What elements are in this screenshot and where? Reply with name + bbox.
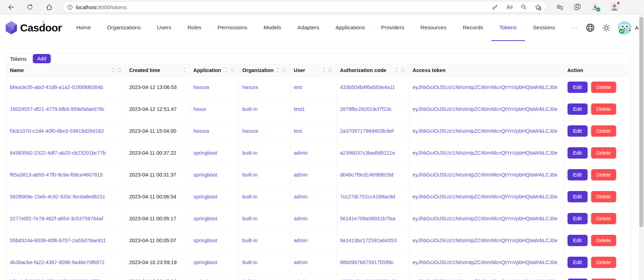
user-link[interactable]: admin <box>294 238 308 243</box>
delete-button[interactable]: Delete <box>591 147 617 159</box>
organization-link[interactable]: built-in <box>243 172 258 178</box>
nav-item-home[interactable]: Home <box>68 14 99 41</box>
authorization_code-link[interactable]: 2a370971798d403fc6ef <box>340 128 394 134</box>
browser-back-button[interactable] <box>5 1 17 13</box>
user-link[interactable]: admin <box>294 260 308 265</box>
nav-item-applications[interactable]: Applications <box>327 14 373 41</box>
access-token-link[interactable]: eyJhbGciOiJSUzI1NiIsImtpZCI6ImNlcnQtYnVp… <box>413 279 558 280</box>
sort-icon[interactable] <box>322 67 326 73</box>
name-link[interactable]: 4b30acbe-fa22-4387-8098-9a46e70f6972 <box>10 260 104 265</box>
sort-icon[interactable] <box>276 67 280 73</box>
zoom-out-icon[interactable] <box>521 4 527 10</box>
authorization_code-link[interactable]: a2396037c3ba4fd9221e <box>340 150 395 156</box>
downloads-button[interactable] <box>591 4 599 11</box>
application-link[interactable]: hasura <box>194 84 209 90</box>
column-header-organization[interactable]: Organization <box>239 64 290 76</box>
nav-item-permissions[interactable]: Permissions <box>209 14 255 41</box>
access-token-link[interactable]: eyJhbGciOiJSUzI1NiIsImtpZCI6ImNlcnQtYnVp… <box>413 238 558 243</box>
application-link[interactable]: springboot <box>194 172 217 178</box>
application-link[interactable]: hasura <box>194 128 209 134</box>
nav-item-organizations[interactable]: Organizations <box>99 14 149 41</box>
column-search-icon[interactable] <box>328 68 333 73</box>
nav-item-adapters[interactable]: Adapters <box>289 14 327 41</box>
application-link[interactable]: springboot <box>194 260 217 265</box>
casdoor-logo[interactable]: Casdoor✦ <box>5 14 62 41</box>
password-key-icon[interactable] <box>492 4 498 10</box>
authorization_code-link[interactable]: 433b504b4f6a593e4a11 <box>340 84 395 90</box>
page-scrollbar[interactable] <box>639 14 644 280</box>
access-token-link[interactable]: eyJhbGciOiJSUzI1NiIsImtpZCI6ImNlcnQtYnVp… <box>413 260 558 265</box>
site-info-icon[interactable] <box>67 4 73 10</box>
column-search-icon[interactable] <box>117 68 122 73</box>
organization-link[interactable]: built-in <box>243 279 258 280</box>
organization-link[interactable]: built-in <box>243 216 258 221</box>
sort-icon[interactable] <box>395 67 398 73</box>
authorization_code-link[interactable]: d048c7f9cd1469fd829d <box>340 172 394 178</box>
column-header-created_time[interactable]: Created time <box>125 64 190 76</box>
edit-button[interactable]: Edit <box>568 169 588 180</box>
authorization_code-link[interactable]: 2879fbc282019cf7f23c <box>340 106 392 112</box>
application-link[interactable]: springboot <box>194 150 217 156</box>
edit-button[interactable]: Edit <box>568 257 588 268</box>
authorization_code-link[interactable]: 88b0997b675917f20fdc <box>340 260 394 265</box>
organization-link[interactable]: built-in <box>243 238 258 243</box>
collections-icon[interactable] <box>574 4 581 11</box>
application-link[interactable]: springboot <box>194 279 217 280</box>
read-aloud-icon[interactable] <box>506 4 513 10</box>
edit-button[interactable]: Edit <box>568 279 588 280</box>
name-link[interactable]: 55bd324a-6039-40f6-b707-2a55d78ae911 <box>10 238 106 243</box>
column-search-icon[interactable] <box>400 68 405 73</box>
authorization_code-link[interactable]: 7cc27dc752cc4188ac8d <box>340 194 395 199</box>
edit-button[interactable]: Edit <box>568 103 588 115</box>
user-link[interactable]: admin <box>294 216 308 221</box>
application-link[interactable]: hasur <box>194 106 206 112</box>
delete-button[interactable]: Delete <box>591 169 617 180</box>
user-link[interactable]: admin <box>294 279 308 280</box>
nav-item-models[interactable]: Models <box>256 14 289 41</box>
delete-button[interactable]: Delete <box>591 213 617 224</box>
access-token-link[interactable]: eyJhbGciOiJSUzI1NiIsImtpZCI6ImNlcnQtYnVp… <box>413 194 558 199</box>
sort-icon[interactable] <box>183 67 186 73</box>
user-link[interactable]: test <box>294 128 302 134</box>
name-link[interactable]: 2277e0f2-7e78-462f-a654-3c53759784af <box>10 216 103 221</box>
delete-button[interactable]: Delete <box>591 279 617 280</box>
organization-link[interactable]: built-in <box>243 150 258 156</box>
organization-link[interactable]: hasura <box>243 128 258 134</box>
delete-button[interactable]: Delete <box>591 257 617 268</box>
delete-button[interactable]: Delete <box>591 235 617 246</box>
authorization_code-link[interactable]: 56141e709a06931b7faa <box>340 216 395 221</box>
edit-button[interactable]: Edit <box>568 82 588 93</box>
delete-button[interactable]: Delete <box>591 103 617 115</box>
user-link[interactable]: test1 <box>294 106 305 112</box>
organization-link[interactable]: built-in <box>243 260 258 265</box>
theme-toggle-button[interactable] <box>602 24 611 32</box>
delete-button[interactable]: Delete <box>591 82 617 93</box>
add-favorite-icon[interactable] <box>535 4 541 11</box>
application-link[interactable]: springboot <box>194 216 217 221</box>
name-link[interactable]: 16024557-df21-4779-bfb9-959e5dae078c <box>10 106 104 112</box>
organization-link[interactable]: built-in <box>243 106 258 112</box>
access-token-link[interactable]: eyJhbGciOiJSUzI1NiIsImtpZCI6ImNlcnQtYnVp… <box>413 84 558 90</box>
user-link[interactable]: test <box>294 84 302 90</box>
edit-button[interactable]: Edit <box>568 191 588 202</box>
access-token-link[interactable]: eyJhbGciOiJSUzI1NiIsImtpZCI6ImNlcnQtYnVp… <box>413 172 558 178</box>
organization-link[interactable]: hasura <box>243 84 258 90</box>
name-link[interactable]: f65a3813-a655-47f0-9c9a-f08ce4607815 <box>10 172 103 178</box>
access-token-link[interactable]: eyJhbGciOiJSUzI1NiIsImtpZCI6ImNlcnQtYnVp… <box>413 150 558 156</box>
column-search-icon[interactable] <box>282 68 287 73</box>
nav-item-tokens[interactable]: Tokens <box>491 14 525 41</box>
browser-address-bar[interactable]: localhost:8000/tokens <box>63 2 546 12</box>
application-link[interactable]: springboot <box>194 238 217 243</box>
browser-home-button[interactable] <box>43 1 55 13</box>
authorization_code-link[interactable]: 9a1413bc172591a64353 <box>340 238 397 243</box>
user-link[interactable]: admin <box>294 172 308 178</box>
access-token-link[interactable]: eyJhbGciOiJSUzI1NiIsImtpZCI6ImNlcnQtYnVp… <box>413 128 558 134</box>
column-search-icon[interactable] <box>230 68 235 73</box>
nav-item-resources[interactable]: Resources <box>412 14 455 41</box>
column-header-application[interactable]: Application <box>190 64 239 76</box>
column-header-name[interactable]: Name <box>6 64 125 76</box>
name-link[interactable]: b6ea3e35-abcf-41d8-a1a2-01f00fd8264b <box>10 84 103 90</box>
nav-item-sessions[interactable]: Sessions <box>525 14 563 41</box>
column-header-user[interactable]: User <box>290 64 336 76</box>
favorites-icon[interactable] <box>556 4 563 11</box>
